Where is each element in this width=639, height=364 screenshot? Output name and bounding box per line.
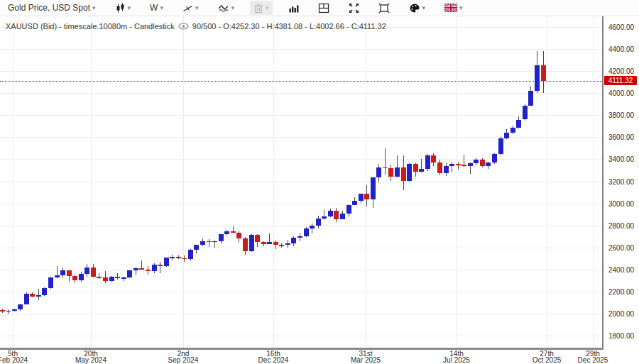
candle[interactable] — [207, 241, 212, 243]
candle[interactable] — [279, 245, 284, 246]
candle[interactable] — [352, 201, 357, 205]
language-button[interactable]: ▾ — [441, 1, 466, 15]
candle[interactable] — [236, 233, 241, 238]
indicators-button[interactable]: ▾ — [214, 1, 239, 15]
candle[interactable] — [407, 164, 412, 181]
candle[interactable] — [486, 162, 491, 167]
candle[interactable] — [182, 258, 187, 260]
candle[interactable] — [48, 277, 53, 288]
candle[interactable] — [146, 270, 151, 271]
candle[interactable] — [285, 243, 290, 246]
candle[interactable] — [194, 245, 199, 250]
candle[interactable] — [431, 155, 436, 162]
candle[interactable] — [376, 167, 381, 177]
candle[interactable] — [444, 166, 449, 173]
candle[interactable] — [243, 238, 248, 252]
price-axis[interactable]: 4600.004400.004200.004000.003800.003600.… — [604, 16, 639, 350]
candle[interactable] — [364, 194, 369, 199]
fullscreen-button[interactable] — [345, 1, 363, 15]
frame-button[interactable] — [375, 1, 393, 15]
candle[interactable] — [462, 165, 466, 166]
candle[interactable] — [468, 163, 473, 166]
candle[interactable] — [492, 154, 497, 162]
candle[interactable] — [249, 235, 254, 252]
candle[interactable] — [304, 228, 309, 236]
candle[interactable] — [523, 106, 528, 120]
candle[interactable] — [24, 294, 29, 304]
candle[interactable] — [158, 265, 163, 266]
candle[interactable] — [72, 276, 77, 280]
candle[interactable] — [30, 294, 35, 297]
candle[interactable] — [346, 205, 351, 213]
volume-button[interactable] — [285, 1, 302, 15]
candle[interactable] — [176, 257, 181, 258]
candle[interactable] — [36, 295, 41, 297]
chart-type-button[interactable]: ▾ — [111, 1, 135, 15]
trend-line-tool-button[interactable]: ▾ — [179, 1, 202, 15]
candle[interactable] — [273, 242, 278, 245]
candle[interactable] — [127, 270, 132, 277]
candle[interactable] — [474, 160, 479, 163]
candle[interactable] — [219, 234, 224, 241]
candle[interactable] — [516, 120, 521, 128]
candle[interactable] — [535, 65, 540, 91]
candle[interactable] — [498, 138, 503, 154]
candlestick-plot[interactable]: XAUUSD (Bid) - timescale.10080m - Candle… — [0, 16, 602, 348]
candle[interactable] — [437, 162, 442, 173]
candle[interactable] — [139, 268, 144, 270]
theme-button[interactable]: ▾ — [405, 1, 430, 15]
candle[interactable] — [328, 211, 333, 216]
candle[interactable] — [212, 241, 217, 243]
candle[interactable] — [231, 231, 236, 233]
candle[interactable] — [322, 216, 327, 219]
candle[interactable] — [371, 177, 376, 199]
eye-icon[interactable] — [178, 23, 189, 30]
candle[interactable] — [121, 277, 126, 279]
candle[interactable] — [0, 310, 5, 311]
candle[interactable] — [383, 167, 388, 169]
candle[interactable] — [401, 167, 406, 181]
candle[interactable] — [60, 270, 65, 275]
candle[interactable] — [109, 277, 114, 281]
candle[interactable] — [504, 133, 509, 139]
candle[interactable] — [67, 270, 72, 276]
candle[interactable] — [425, 155, 430, 169]
candle[interactable] — [359, 194, 364, 201]
candle[interactable] — [12, 309, 17, 311]
candle[interactable] — [541, 65, 546, 81]
candle[interactable] — [340, 214, 345, 219]
timeframe-button[interactable]: W ▾ — [146, 1, 167, 15]
candle[interactable] — [188, 250, 193, 258]
candle[interactable] — [388, 168, 393, 177]
layout-button[interactable] — [315, 1, 333, 15]
candle[interactable] — [224, 231, 229, 234]
candle[interactable] — [55, 275, 60, 277]
delete-drawings-button[interactable]: ▾ — [250, 1, 273, 15]
time-axis[interactable]: 5thFeb 202420thMay 20242ndSep 202416thDe… — [0, 350, 639, 364]
candle[interactable] — [255, 235, 260, 242]
candle[interactable] — [316, 219, 321, 226]
candle[interactable] — [261, 242, 266, 244]
candle[interactable] — [18, 304, 23, 309]
candle[interactable] — [79, 274, 84, 280]
candle[interactable] — [419, 169, 424, 171]
candle[interactable] — [291, 238, 296, 243]
candle[interactable] — [510, 128, 515, 133]
candle[interactable] — [84, 268, 89, 274]
candle[interactable] — [413, 164, 418, 172]
symbol-selector[interactable]: Gold Price, USD Spot ▾ — [4, 1, 99, 15]
candle[interactable] — [115, 277, 120, 278]
candle[interactable] — [97, 277, 102, 278]
candle[interactable] — [152, 265, 157, 271]
candle[interactable] — [480, 160, 485, 167]
candle[interactable] — [267, 242, 272, 243]
candle[interactable] — [456, 164, 461, 165]
candle[interactable] — [103, 277, 108, 281]
candle[interactable] — [395, 167, 400, 177]
candle[interactable] — [6, 311, 11, 312]
candle[interactable] — [133, 268, 138, 270]
candle[interactable] — [200, 241, 205, 246]
candle[interactable] — [449, 164, 454, 166]
candle[interactable] — [310, 226, 315, 228]
candle[interactable] — [297, 236, 302, 238]
